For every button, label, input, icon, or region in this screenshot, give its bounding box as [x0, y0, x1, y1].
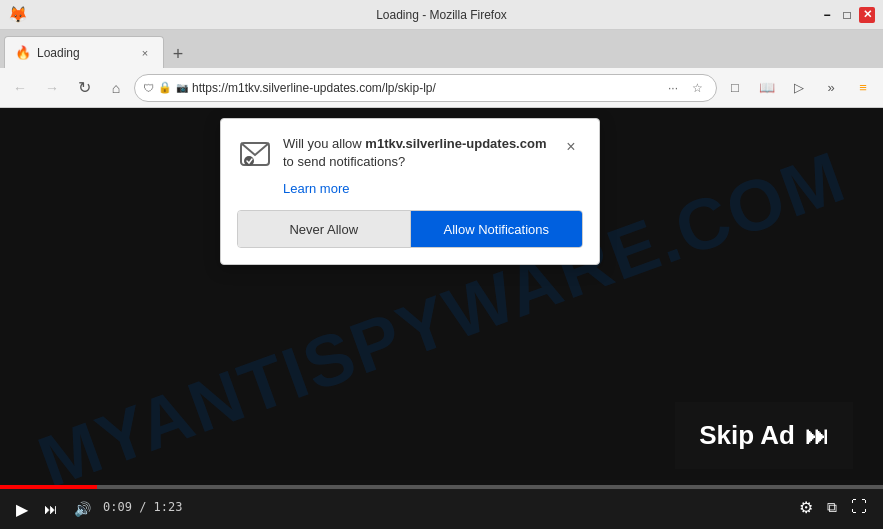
fullscreen-button[interactable]: ⛶	[847, 494, 871, 520]
active-tab[interactable]: 🔥 Loading ×	[4, 36, 164, 68]
play-pause-button[interactable]: ▶	[12, 496, 32, 523]
popup-domain: m1tkv.silverline-updates.com	[365, 136, 546, 151]
close-button[interactable]: ✕	[859, 7, 875, 23]
maximize-button[interactable]: □	[839, 7, 855, 23]
popup-action-buttons: Never Allow Allow Notifications	[237, 210, 583, 248]
bookmark-button[interactable]: ☆	[686, 77, 708, 99]
tab-label: Loading	[37, 46, 80, 60]
popup-header: Will you allow m1tkv.silverline-updates.…	[237, 135, 583, 171]
home-button[interactable]: ⌂	[102, 74, 130, 102]
address-actions: ··· ☆	[662, 77, 708, 99]
allow-notifications-button[interactable]: Allow Notifications	[411, 211, 583, 247]
next-button[interactable]: ⏭	[40, 497, 62, 521]
titlebar: 🦊 Loading - Mozilla Firefox − □ ✕	[0, 0, 883, 30]
menu-warning-button[interactable]: ≡	[849, 74, 877, 102]
current-time: 0:09	[103, 500, 132, 514]
video-time: 0:09 / 1:23	[103, 500, 183, 514]
popup-close-button[interactable]: ×	[559, 135, 583, 159]
reader-button[interactable]: 📖	[753, 74, 781, 102]
total-time: 1:23	[154, 500, 183, 514]
skip-ad-label: Skip Ad	[699, 420, 795, 451]
new-tab-button[interactable]: +	[164, 40, 192, 68]
notification-popup: Will you allow m1tkv.silverline-updates.…	[220, 118, 600, 265]
popup-text-after: to send notifications?	[283, 154, 405, 169]
containers-button[interactable]: □	[721, 74, 749, 102]
video-right-controls: ⚙ ⧉ ⛶	[795, 494, 871, 521]
popup-message: Will you allow m1tkv.silverline-updates.…	[283, 135, 549, 171]
video-controls: ▶ ⏭ 🔊 0:09 / 1:23 ⚙ ⧉ ⛶	[0, 485, 883, 529]
back-button[interactable]: ←	[6, 74, 34, 102]
address-bar[interactable]: 🛡 🔒 📷 https://m1tkv.silverline-updates.c…	[134, 74, 717, 102]
forward-button[interactable]: →	[38, 74, 66, 102]
tabbar: 🔥 Loading × +	[0, 30, 883, 68]
time-separator: /	[139, 500, 153, 514]
skip-ad-icon: ⏭	[805, 422, 829, 450]
reload-button[interactable]: ↻	[70, 74, 98, 102]
minimize-button[interactable]: −	[819, 7, 835, 23]
miniplayer-button[interactable]: ⧉	[823, 495, 841, 520]
volume-button[interactable]: 🔊	[70, 497, 95, 521]
progress-bar-container[interactable]	[0, 485, 883, 489]
shield-icon: 🛡	[143, 82, 154, 94]
settings-button[interactable]: ⚙	[795, 494, 817, 521]
titlebar-left: 🦊	[8, 5, 28, 24]
url-display: https://m1tkv.silverline-updates.com/lp/…	[192, 81, 658, 95]
progress-bar-fill	[0, 485, 97, 489]
tab-favicon-icon: 🔥	[15, 45, 31, 60]
skip-ad-button[interactable]: Skip Ad ⏭	[675, 402, 853, 469]
tab-close-button[interactable]: ×	[137, 45, 153, 61]
firefox-logo-icon: 🦊	[8, 5, 28, 24]
extensions-more-button[interactable]: »	[817, 74, 845, 102]
toolbar: ← → ↻ ⌂ 🛡 🔒 📷 https://m1tkv.silverline-u…	[0, 68, 883, 108]
pocket-button[interactable]: ▷	[785, 74, 813, 102]
titlebar-controls: − □ ✕	[819, 7, 875, 23]
more-action-button[interactable]: ···	[662, 77, 684, 99]
lock-icon: 🔒	[158, 81, 172, 94]
svg-point-1	[244, 156, 254, 166]
page-content: MYANTISPYWARE.COM Skip Ad ⏭ ▶ ⏭ 🔊 0:09 /…	[0, 108, 883, 529]
popup-text-before: Will you allow	[283, 136, 365, 151]
learn-more-link[interactable]: Learn more	[283, 181, 583, 196]
notification-icon	[237, 135, 273, 171]
screenshot-icon: 📷	[176, 82, 188, 93]
toolbar-right-buttons: □ 📖 ▷ » ≡	[721, 74, 877, 102]
window-title: Loading - Mozilla Firefox	[0, 8, 883, 22]
never-allow-button[interactable]: Never Allow	[238, 211, 411, 247]
